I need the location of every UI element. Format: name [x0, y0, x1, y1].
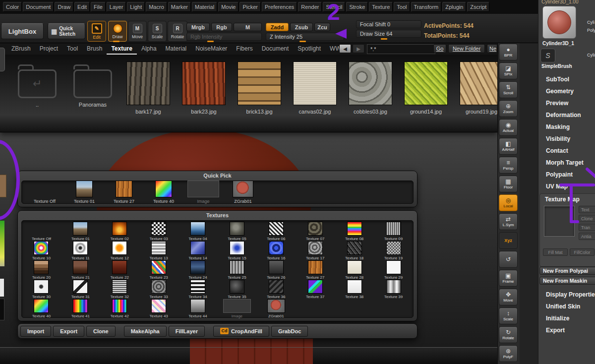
menu-item[interactable]: Material	[192, 2, 217, 12]
texture-item[interactable]: Texture 07	[296, 222, 335, 241]
lightbox-tab[interactable]: Brush	[82, 43, 107, 55]
texture-item[interactable]: Texture 06	[256, 222, 296, 241]
import-button[interactable]: Import	[20, 326, 51, 337]
texture-item[interactable]: Texture 16	[256, 241, 296, 260]
texture-item[interactable]: ZGrab01	[225, 181, 261, 204]
new-folder-button[interactable]: New Folder	[448, 44, 485, 53]
texture-item[interactable]: Texture 32	[100, 280, 139, 299]
lightbox-file[interactable]: cobbles03.jpg	[348, 61, 393, 132]
m-button[interactable]: M	[234, 23, 262, 31]
lightbox-tab[interactable]: Document	[257, 43, 294, 55]
texture-map-thumbnail[interactable]	[544, 206, 575, 237]
texture-item[interactable]: Texture 14	[178, 241, 218, 260]
texture-item[interactable]: Texture 18	[335, 241, 374, 260]
lightbox-tab[interactable]: Spotlight	[293, 43, 325, 55]
tool-panel-section[interactable]: Geometry	[538, 85, 595, 97]
tool-panel-section[interactable]: UV Map	[538, 181, 595, 192]
focal-shift-slider[interactable]: Focal Shift 0	[356, 20, 421, 28]
lightbox-file[interactable]: canvas02.jpg	[293, 61, 337, 132]
mrgb-button[interactable]: Mrgb	[186, 23, 210, 31]
go-button[interactable]: Go	[433, 44, 446, 53]
texture-item[interactable]: Texture 09	[374, 222, 413, 241]
fill-layer-button[interactable]: FillLayer	[169, 326, 205, 337]
menu-item[interactable]: Color	[3, 2, 22, 12]
menu-item[interactable]: Movie	[218, 2, 238, 12]
lightbox-tab[interactable]: Fibers	[232, 43, 257, 55]
menu-item[interactable]: Transform	[411, 2, 442, 12]
tool-panel-section[interactable]: Initialize	[538, 312, 595, 324]
quick-sketch-button[interactable]: ▦ Quick Sketch	[48, 23, 85, 39]
edit-button[interactable]: ✎ Edit	[87, 21, 106, 42]
menu-item[interactable]: Texture	[369, 2, 393, 12]
left-dark-swatch[interactable]	[0, 299, 4, 320]
texture-item[interactable]: Texture 31	[61, 280, 100, 299]
rail-button[interactable]: ✥ Move	[499, 289, 518, 305]
tool-panel-section[interactable]: Export	[538, 324, 595, 336]
texture-item[interactable]: Texture 40	[146, 181, 181, 204]
texture-item[interactable]: Texture 13	[139, 241, 178, 260]
texture-item[interactable]: Texture 29	[374, 260, 413, 280]
texture-map-side-button[interactable]: Clone	[579, 215, 595, 222]
lightbox-file[interactable]: brick13.jpg	[237, 61, 282, 132]
texture-item[interactable]: Texture 41	[61, 299, 100, 318]
texture-item[interactable]: Texture 21	[61, 260, 100, 280]
texture-item[interactable]: Texture 33	[139, 280, 178, 299]
lightbox-file[interactable]: ↵ ..	[15, 61, 60, 132]
current-tool-thumbnail[interactable]	[542, 6, 576, 39]
rgb-intensity-slider[interactable]: Rgb Intensity	[186, 33, 262, 41]
tool-panel-section[interactable]: Unified Skin	[538, 301, 595, 312]
texture-item[interactable]: Texture 03	[139, 222, 178, 241]
texture-item[interactable]: Texture 25	[218, 260, 257, 280]
texture-map-side-button[interactable]: Antia	[579, 233, 595, 240]
tool-panel-section[interactable]: Deformation	[538, 109, 595, 121]
texture-item[interactable]: Image	[185, 181, 221, 204]
texture-map-title[interactable]: Texture Map	[540, 194, 595, 203]
texture-item[interactable]: Texture 11	[61, 241, 100, 260]
new-from-button[interactable]: New From Polypai	[539, 267, 595, 275]
back-arrow-button[interactable]: ◀	[339, 44, 351, 53]
texture-item[interactable]: Texture 19	[374, 241, 413, 260]
menu-item[interactable]: Zplugin	[442, 2, 466, 12]
lightbox-file[interactable]: Panoramas	[70, 61, 115, 132]
texture-map-side-button[interactable]: Text	[579, 206, 595, 213]
scale-button[interactable]: S Scale	[148, 21, 167, 42]
rail-button[interactable]: ≡ Persp	[499, 157, 518, 174]
texture-item[interactable]: Texture 30	[22, 280, 61, 299]
menu-item[interactable]: Layer	[107, 2, 126, 12]
texture-item[interactable]: Texture 36	[256, 280, 296, 299]
rail-button[interactable]: Xyz	[499, 232, 518, 249]
tool-panel-section[interactable]: Masking	[538, 121, 595, 133]
texture-item[interactable]: Texture 15	[218, 241, 257, 260]
draw-button[interactable]: Draw	[108, 21, 127, 42]
lightbox-tab[interactable]: Tool	[62, 43, 82, 55]
menu-item[interactable]: Marker	[168, 2, 191, 12]
menu-item[interactable]: Stroke	[346, 2, 368, 12]
zsub-button[interactable]: Zsub	[290, 23, 313, 31]
lightbox-file[interactable]: ground14.jpg	[404, 61, 448, 132]
tool-panel-section[interactable]: Display Propertie	[538, 289, 595, 301]
texture-item[interactable]: Texture 23	[139, 260, 178, 280]
texture-item[interactable]: Texture 01	[66, 181, 102, 204]
texture-item[interactable]: Texture 38	[335, 280, 374, 299]
rotate-button[interactable]: R Rotate	[168, 21, 187, 42]
menu-item[interactable]: Macro	[146, 2, 167, 12]
lightbox-tab[interactable]: Texture	[107, 43, 136, 55]
texture-item[interactable]: Texture 39	[374, 280, 413, 299]
texture-item[interactable]: Texture 40	[22, 299, 61, 318]
texture-item[interactable]: Texture 42	[100, 299, 139, 318]
lightbox-file[interactable]: bark23.jpg	[181, 61, 226, 132]
texture-item[interactable]: Texture 17	[296, 241, 335, 260]
make-alpha-button[interactable]: MakeAlpha	[124, 326, 167, 337]
texture-item[interactable]: Texture Off	[22, 222, 61, 241]
crop-and-fill-button[interactable]: Cd CropAndFill	[213, 326, 269, 337]
fill-color-button[interactable]: FillColor	[570, 248, 595, 256]
rail-button[interactable]: ⊛ PolyF	[499, 345, 518, 362]
texture-item[interactable]: Texture 10	[22, 241, 61, 260]
tool-panel-section[interactable]: Visibility	[538, 133, 595, 145]
rgb-button[interactable]: Rgb	[211, 23, 232, 31]
texture-item[interactable]: Image	[218, 299, 257, 318]
texture-item[interactable]: Texture Off	[27, 181, 62, 204]
texture-item[interactable]: ZGrab01	[256, 299, 296, 318]
menu-item[interactable]: Stencil	[323, 2, 345, 12]
lightbox-file[interactable]: ground19.jpg	[459, 61, 497, 132]
